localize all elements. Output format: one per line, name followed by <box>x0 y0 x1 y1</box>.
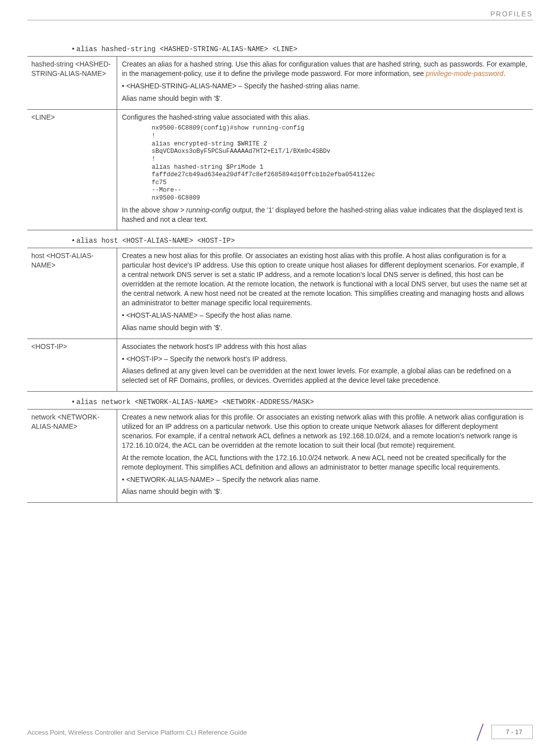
table-hashed-string: hashed-string <HASHED-STRING-ALIAS-NAME>… <box>27 56 533 230</box>
table-host: host <HOST-ALIAS-NAME> Creates a new hos… <box>27 248 533 392</box>
param-name: hashed-string <HASHED-STRING-ALIAS-NAME> <box>27 57 117 110</box>
desc-text: Alias name should begin with '$'. <box>122 323 529 333</box>
desc-text: Alias name should begin with '$'. <box>122 487 529 496</box>
link-privilege-mode-password[interactable]: privilege-mode-password <box>426 69 503 77</box>
footer-slash-icon <box>476 724 486 741</box>
desc-text: . <box>503 69 505 77</box>
desc-text: Alias name should begin with '$'. <box>122 94 529 103</box>
list-item: <NETWORK-ALIAS-NAME> – Specify the netwo… <box>122 475 529 484</box>
syntax-bullet-hashed: alias hashed-string <HASHED-STRING-ALIAS… <box>72 45 533 53</box>
desc-text: At the remote location, the ACL function… <box>122 453 529 472</box>
param-desc: Associates the network host's IP address… <box>117 339 533 392</box>
code-sample: nx9500-6C8809(config)#show running-confi… <box>152 125 529 202</box>
page-number: 7 - 17 <box>491 725 533 739</box>
desc-text: Creates a new network alias for this pro… <box>122 412 529 450</box>
param-desc: Creates a new network alias for this pro… <box>117 410 533 503</box>
table-row: network <NETWORK-ALIAS-NAME> Creates a n… <box>27 410 533 503</box>
table-row: host <HOST-ALIAS-NAME> Creates a new hos… <box>27 248 533 339</box>
table-row: <LINE> Configures the hashed-string valu… <box>27 109 533 230</box>
section-header: PROFILES <box>490 10 533 18</box>
table-row: hashed-string <HASHED-STRING-ALIAS-NAME>… <box>27 57 533 110</box>
param-name: <LINE> <box>27 109 117 230</box>
syntax-bullet-network: alias network <NETWORK-ALIAS-NAME> <NETW… <box>72 398 533 406</box>
syntax-bullet-host: alias host <HOST-ALIAS-NAME> <HOST-IP> <box>72 236 533 245</box>
desc-text: Associates the network host's IP address… <box>122 342 529 351</box>
desc-text: Configures the hashed-string value assoc… <box>122 113 529 122</box>
page-content: alias hashed-string <HASHED-STRING-ALIAS… <box>27 45 533 503</box>
list-item: <HOST-ALIAS-NAME> – Specify the host ali… <box>122 311 529 320</box>
desc-text: Aliases defined at any given level can b… <box>122 366 529 385</box>
header-rule <box>27 20 533 20</box>
table-network: network <NETWORK-ALIAS-NAME> Creates a n… <box>27 409 533 503</box>
table-row: <HOST-IP> Associates the network host's … <box>27 339 533 392</box>
desc-text: In the above <box>122 206 162 214</box>
footer-title: Access Point, Wireless Controller and Se… <box>27 729 247 736</box>
param-desc: Creates an alias for a hashed string. Us… <box>117 57 533 110</box>
param-desc: Creates a new host alias for this profil… <box>117 248 533 339</box>
desc-text: Creates a new host alias for this profil… <box>122 251 529 307</box>
list-item: <HASHED-STRING-ALIAS-NAME> – Specify the… <box>122 81 529 91</box>
param-name: network <NETWORK-ALIAS-NAME> <box>27 410 117 503</box>
param-name: host <HOST-ALIAS-NAME> <box>27 248 117 339</box>
command-italic: show > running-config <box>162 206 230 214</box>
list-item: <HOST-IP> – Specify the network host's I… <box>122 354 529 364</box>
param-desc: Configures the hashed-string value assoc… <box>117 109 533 230</box>
param-name: <HOST-IP> <box>27 339 117 392</box>
page-footer: Access Point, Wireless Controller and Se… <box>27 725 533 741</box>
